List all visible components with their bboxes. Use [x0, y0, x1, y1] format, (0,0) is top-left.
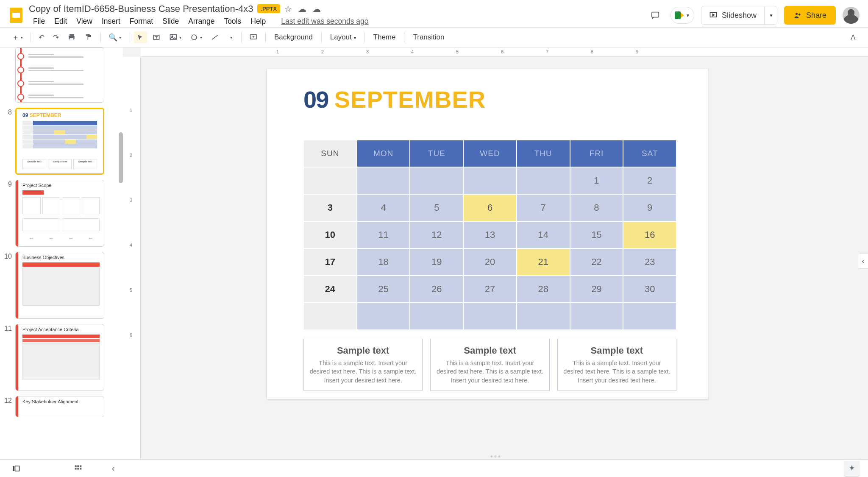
menu-insert[interactable]: Insert [97, 15, 125, 28]
svg-rect-18 [77, 465, 79, 467]
undo-icon[interactable]: ↶ [35, 31, 48, 45]
new-slide-button[interactable]: ＋▾ [8, 30, 26, 45]
share-button[interactable]: Share [784, 6, 836, 25]
transition-button[interactable]: Transition [409, 31, 448, 44]
svg-rect-15 [13, 466, 14, 471]
menu-bar: File Edit View Insert Format Slide Arran… [29, 15, 647, 28]
svg-rect-16 [15, 466, 19, 471]
canvas-area[interactable]: 123456789 123456 09 SEPTEMBER SUNMONTUEW… [123, 47, 868, 459]
comments-icon[interactable] [647, 7, 664, 24]
filmstrip-scrollbar[interactable] [119, 132, 123, 183]
calendar-month-number: 09 [303, 86, 328, 113]
last-edit-link[interactable]: Last edit was seconds ago [277, 15, 373, 28]
calendar-grid[interactable]: SUNMONTUEWEDTHUFRISAT1234567891011121314… [303, 140, 676, 330]
svg-rect-5 [70, 34, 74, 36]
svg-rect-17 [75, 465, 77, 467]
chevron-left-icon[interactable]: ‹ [107, 461, 120, 476]
slide-thumbnail[interactable]: 09 SEPTEMBERSample textSample textSample… [15, 108, 104, 175]
menu-arrange[interactable]: Arrange [184, 15, 219, 28]
line-icon[interactable] [207, 31, 223, 44]
svg-rect-21 [77, 468, 79, 469]
svg-point-12 [192, 35, 197, 40]
menu-file[interactable]: File [29, 15, 49, 28]
calendar-month-name: SEPTEMBER [334, 86, 486, 113]
slides-logo[interactable] [5, 4, 27, 26]
paint-format-icon[interactable] [81, 31, 96, 44]
side-panel-collapse[interactable]: ‹ [858, 254, 868, 269]
menu-slide[interactable]: Slide [158, 15, 183, 28]
slide-thumbnail[interactable]: Business Objectives [15, 252, 104, 319]
pptx-badge: .PPTX [257, 4, 280, 13]
select-tool-icon[interactable] [134, 31, 147, 43]
slide-thumbnail[interactable]: Project Acceptance Criteria [15, 324, 104, 391]
svg-point-4 [796, 13, 798, 15]
svg-rect-2 [652, 12, 659, 17]
menu-help[interactable]: Help [246, 15, 270, 28]
layout-button[interactable]: Layout ▾ [326, 31, 360, 44]
redo-icon[interactable]: ↷ [50, 31, 62, 45]
grid-view-icon[interactable] [70, 462, 86, 475]
move-icon[interactable]: ☁︎ [298, 4, 306, 14]
doc-title[interactable]: Copy of ItemID-6658-Business Case Presen… [29, 3, 253, 14]
star-icon[interactable]: ☆ [284, 4, 292, 14]
slideshow-button[interactable]: Slideshow [701, 6, 764, 24]
menu-edit[interactable]: Edit [50, 15, 71, 28]
svg-line-13 [212, 35, 217, 39]
menu-view[interactable]: View [72, 15, 97, 28]
filmstrip-panel[interactable]: 809 SEPTEMBERSample textSample textSampl… [0, 47, 123, 459]
slide-thumbnail[interactable]: Project Scopetexttexttexttext [15, 180, 104, 247]
slideshow-dropdown[interactable]: ▼ [764, 6, 777, 24]
toolbar: ＋▾ ↶ ↷ 🔍▾ ▾ ▾ ▾ Background Layout ▾ Them… [0, 27, 868, 47]
text-boxes: Sample textThis is a sample text. Insert… [303, 339, 676, 391]
menu-tools[interactable]: Tools [220, 15, 245, 28]
background-button[interactable]: Background [270, 31, 317, 44]
svg-rect-1 [12, 13, 20, 18]
user-avatar[interactable] [843, 7, 860, 24]
menu-format[interactable]: Format [125, 15, 157, 28]
ruler-horizontal: 123456789 [141, 47, 868, 57]
sample-text-box[interactable]: Sample textThis is a sample text. Insert… [430, 339, 549, 391]
slide-thumbnail[interactable] [15, 47, 104, 103]
filmstrip-view-icon[interactable] [8, 462, 24, 475]
meet-button[interactable]: ▼ [670, 7, 694, 24]
theme-button[interactable]: Theme [369, 31, 400, 44]
svg-rect-22 [80, 468, 81, 469]
svg-rect-19 [80, 465, 81, 467]
calendar-title[interactable]: 09 SEPTEMBER [303, 86, 486, 113]
slideshow-button-group: Slideshow ▼ [701, 6, 777, 25]
ruler-vertical: 123456 [123, 57, 141, 459]
sample-text-box[interactable]: Sample textThis is a sample text. Insert… [557, 339, 676, 391]
explore-button[interactable] [844, 461, 860, 476]
shape-icon[interactable]: ▾ [186, 31, 206, 44]
zoom-icon[interactable]: 🔍▾ [105, 31, 125, 45]
svg-rect-7 [70, 38, 73, 40]
svg-rect-20 [75, 468, 77, 469]
notes-drag-handle[interactable] [491, 455, 501, 457]
image-icon[interactable]: ▾ [166, 31, 185, 44]
sample-text-box[interactable]: Sample textThis is a sample text. Insert… [303, 339, 423, 391]
slide-thumbnail[interactable]: Key Stakeholder Alignment [15, 396, 104, 417]
cloud-icon[interactable]: ☁ [312, 4, 321, 14]
footer-bar: ‹ [0, 459, 868, 477]
collapse-toolbar-icon[interactable]: ᐱ [847, 31, 860, 45]
print-icon[interactable] [64, 31, 79, 44]
comment-icon[interactable] [246, 31, 261, 44]
app-header: Copy of ItemID-6658-Business Case Presen… [0, 0, 868, 27]
textbox-icon[interactable] [149, 31, 164, 44]
slide-canvas[interactable]: 09 SEPTEMBER SUNMONTUEWEDTHUFRISAT123456… [267, 69, 708, 399]
line-dropdown[interactable]: ▾ [224, 33, 237, 42]
